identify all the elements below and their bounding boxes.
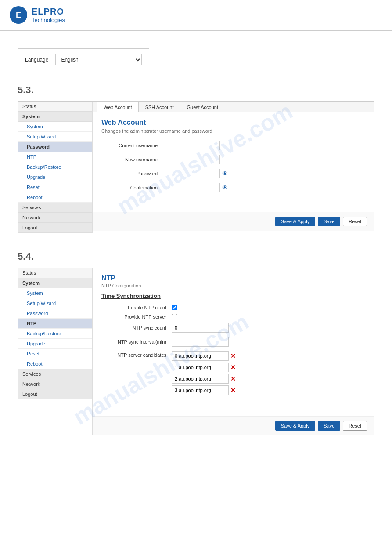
new-username-input[interactable] — [163, 155, 220, 164]
sidebar-status-54[interactable]: Status — [18, 268, 92, 278]
provide-ntp-server-row: Provide NTP server — [101, 314, 365, 319]
ntp-server-candidates-row: NTP server candidates ✕ ✕ ✕ — [101, 351, 365, 397]
ntp-servers-list: ✕ ✕ ✕ ✕ — [172, 351, 236, 397]
language-section: Language English French German Spanish — [18, 48, 374, 71]
confirmation-input[interactable] — [163, 183, 220, 192]
ntp-server-remove-3[interactable]: ✕ — [230, 387, 236, 394]
enable-ntp-client-label: Enable NTP client — [101, 305, 172, 310]
password-field-wrapper: 👁 — [163, 169, 228, 178]
ntp-server-remove-0[interactable]: ✕ — [230, 352, 236, 359]
tab-guest-account[interactable]: Guest Account — [180, 102, 225, 112]
language-label: Language — [25, 57, 48, 63]
ntp-server-input-0[interactable] — [172, 351, 229, 361]
sidebar-item-password-53[interactable]: Password — [18, 142, 92, 152]
form-row-confirmation: Confirmation 👁 — [101, 183, 365, 192]
logo-name: ELPRO — [32, 7, 65, 17]
content-area-54: NTP NTP Configuration Time Synchronizati… — [93, 268, 374, 407]
sidebar-item-reboot-53[interactable]: Reboot — [18, 192, 92, 203]
panel-53: manualshlive.com Status System System Se… — [18, 101, 374, 233]
ntp-sync-count-row: NTP sync count — [101, 323, 365, 333]
current-username-input[interactable] — [163, 141, 220, 150]
language-box: Language English French German Spanish — [18, 48, 149, 71]
sidebar-item-backup-restore-53[interactable]: Backup/Restore — [18, 162, 92, 172]
ntp-server-row-3: ✕ — [172, 385, 236, 395]
new-username-label: New username — [101, 157, 163, 162]
ntp-sync-count-label: NTP sync count — [101, 325, 172, 330]
sidebar-item-password-54[interactable]: Password — [18, 308, 92, 319]
ntp-config-label: NTP Configuration — [101, 283, 365, 288]
ntp-server-input-2[interactable] — [172, 374, 229, 384]
sidebar-item-ntp-53[interactable]: NTP — [18, 152, 92, 162]
current-username-label: Current username — [101, 143, 163, 148]
sidebar-item-reset-54[interactable]: Reset — [18, 349, 92, 359]
web-account-subtitle: Changes the administrator username and p… — [101, 128, 365, 134]
sidebar-services-53[interactable]: Services — [18, 203, 92, 213]
reset-button-54[interactable]: Reset — [343, 421, 367, 431]
ntp-server-row-2: ✕ — [172, 374, 236, 384]
ntp-server-row-1: ✕ — [172, 363, 236, 372]
tab-web-account[interactable]: Web Account — [97, 102, 139, 112]
sidebar-item-setup-wizard-53[interactable]: Setup Wizard — [18, 132, 92, 142]
sidebar-item-system-54[interactable]: System — [18, 288, 92, 298]
web-account-title: Web Account — [101, 119, 365, 127]
save-button-53[interactable]: Save — [318, 217, 340, 226]
sidebar-item-ntp-54[interactable]: NTP — [18, 319, 92, 329]
panel-footer-53: Save & Apply Save Reset — [93, 212, 374, 231]
sidebar-item-reset-53[interactable]: Reset — [18, 182, 92, 192]
sidebar-item-upgrade-54[interactable]: Upgrade — [18, 339, 92, 349]
ntp-candidates-label: NTP server candidates — [101, 351, 172, 358]
ntp-title: NTP — [101, 274, 365, 282]
form-row-current-username: Current username — [101, 141, 365, 150]
sidebar-54: Status System System Setup Wizard Passwo… — [18, 268, 93, 435]
ntp-server-input-1[interactable] — [172, 363, 229, 372]
section-53-header: 5.3. — [18, 84, 374, 96]
section-54-header: 5.4. — [18, 251, 374, 262]
provide-ntp-server-checkbox[interactable] — [172, 314, 177, 319]
main-panel-54: NTP NTP Configuration Time Synchronizati… — [93, 268, 374, 435]
logo-text: ELPRO Technologies — [32, 7, 65, 23]
sidebar-item-upgrade-53[interactable]: Upgrade — [18, 172, 92, 182]
sidebar-item-backup-restore-54[interactable]: Backup/Restore — [18, 329, 92, 339]
sidebar-item-setup-wizard-54[interactable]: Setup Wizard — [18, 298, 92, 308]
tab-ssh-account[interactable]: SSH Account — [139, 102, 180, 112]
provide-ntp-server-label: Provide NTP server — [101, 314, 172, 319]
enable-ntp-client-checkbox[interactable] — [172, 305, 177, 310]
password-label: Password — [101, 171, 163, 176]
ntp-server-row-0: ✕ — [172, 351, 236, 361]
sidebar-item-system-53[interactable]: System — [18, 122, 92, 132]
page-content: Language English French German Spanish 5… — [0, 31, 392, 462]
enable-ntp-client-row: Enable NTP client — [101, 305, 365, 310]
main-panel-53: Web Account SSH Account Guest Account We… — [93, 102, 374, 233]
sidebar-system-group-53: System — [18, 112, 92, 122]
save-apply-button-53[interactable]: Save & Apply — [275, 217, 315, 226]
sidebar-logout-53[interactable]: Logout — [18, 223, 92, 233]
time-sync-subtitle: Time Synchronization — [101, 293, 365, 299]
confirmation-label: Confirmation — [101, 185, 163, 190]
ntp-sync-count-input[interactable] — [172, 323, 229, 333]
sidebar-status-53[interactable]: Status — [18, 102, 92, 112]
sidebar-system-group-54: System — [18, 278, 92, 288]
sidebar-network-54[interactable]: Network — [18, 379, 92, 389]
sidebar-item-reboot-54[interactable]: Reboot — [18, 359, 92, 369]
ntp-sync-interval-input[interactable] — [172, 337, 229, 347]
ntp-sync-interval-label: NTP sync interval(min) — [101, 339, 172, 345]
ntp-server-input-3[interactable] — [172, 385, 229, 395]
language-select[interactable]: English French German Spanish — [55, 54, 142, 65]
sidebar-services-54[interactable]: Services — [18, 369, 92, 379]
reset-button-53[interactable]: Reset — [343, 217, 367, 226]
sidebar-logout-54[interactable]: Logout — [18, 389, 92, 399]
confirmation-eye-icon[interactable]: 👁 — [222, 184, 228, 191]
panel-54: manualshlive.com Status System System Se… — [18, 268, 374, 435]
sidebar-network-53[interactable]: Network — [18, 213, 92, 223]
password-eye-icon[interactable]: 👁 — [222, 170, 228, 177]
logo-sub: Technologies — [32, 17, 65, 23]
save-button-54[interactable]: Save — [318, 421, 340, 431]
form-row-password: Password 👁 — [101, 169, 365, 178]
save-apply-button-54[interactable]: Save & Apply — [275, 421, 315, 431]
form-row-new-username: New username — [101, 155, 365, 164]
confirmation-field-wrapper: 👁 — [163, 183, 228, 192]
password-input[interactable] — [163, 169, 220, 178]
ntp-server-remove-1[interactable]: ✕ — [230, 364, 236, 371]
ntp-server-remove-2[interactable]: ✕ — [230, 375, 236, 382]
content-area-53: Web Account Changes the administrator us… — [93, 112, 374, 203]
